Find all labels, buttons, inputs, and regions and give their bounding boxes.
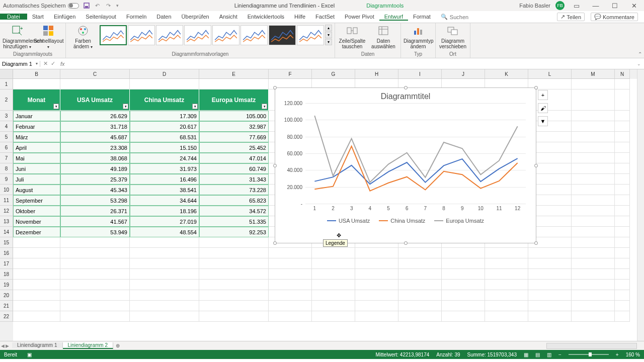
cell[interactable] — [572, 142, 615, 153]
cell[interactable]: 49.189 — [60, 163, 130, 174]
cell[interactable] — [13, 79, 60, 89]
cell[interactable]: 15.150 — [130, 142, 199, 153]
cell[interactable]: Juli — [13, 174, 60, 185]
cell[interactable]: 53.298 — [60, 195, 130, 206]
cell[interactable] — [615, 216, 630, 227]
select-data-button[interactable]: Daten auswählen — [369, 25, 398, 49]
cell[interactable] — [442, 280, 485, 290]
cell[interactable] — [442, 269, 485, 280]
horizontal-scrollbar[interactable] — [546, 343, 637, 349]
cell[interactable] — [269, 269, 312, 280]
sheet-tab[interactable]: Liniendiagramm 1 — [12, 342, 63, 348]
cell[interactable]: 105.000 — [199, 111, 269, 121]
cell[interactable] — [615, 237, 630, 248]
ribbon-tab-entwurf[interactable]: Entwurf — [379, 14, 408, 21]
cell[interactable] — [572, 216, 615, 227]
cell[interactable] — [130, 290, 199, 301]
cell[interactable] — [60, 258, 130, 269]
select-all-corner[interactable] — [0, 69, 13, 79]
ribbon-tab-überprüfen[interactable]: Überprüfen — [177, 14, 214, 20]
cell[interactable] — [60, 311, 130, 322]
cell[interactable] — [312, 301, 355, 311]
cell[interactable] — [442, 301, 485, 311]
col-header[interactable]: L — [528, 69, 572, 79]
cell[interactable] — [355, 280, 398, 290]
cell[interactable]: 51.335 — [199, 216, 269, 227]
cell[interactable] — [572, 185, 615, 195]
cell[interactable] — [572, 89, 615, 111]
col-header[interactable]: D — [130, 69, 199, 79]
cell[interactable] — [528, 301, 572, 311]
cell[interactable] — [199, 258, 269, 269]
row-header[interactable]: 7 — [0, 153, 13, 163]
cell[interactable]: 23.308 — [60, 142, 130, 153]
cell[interactable] — [528, 248, 572, 258]
fx-icon[interactable]: fx — [58, 61, 67, 67]
cell[interactable] — [398, 258, 442, 269]
col-header[interactable]: C — [60, 69, 130, 79]
move-chart-button[interactable]: Diagramm verschieben — [438, 25, 467, 49]
cell[interactable]: 92.253 — [199, 227, 269, 237]
cell[interactable] — [13, 311, 60, 322]
cell[interactable] — [615, 79, 630, 89]
legend-item[interactable]: China Umsatz — [379, 218, 425, 224]
chart-elements-button[interactable]: + — [538, 90, 548, 100]
row-header[interactable]: 22 — [0, 311, 13, 322]
save-icon[interactable] — [83, 2, 90, 9]
cell[interactable]: 65.823 — [199, 195, 269, 206]
cell[interactable] — [13, 290, 60, 301]
zoom-slider[interactable] — [569, 354, 609, 355]
cell[interactable] — [60, 269, 130, 280]
cell[interactable]: 53.949 — [60, 227, 130, 237]
row-header[interactable]: 19 — [0, 280, 13, 290]
cell[interactable] — [528, 280, 572, 290]
close-icon[interactable]: ✕ — [627, 2, 641, 10]
page-layout-view-icon[interactable]: ▤ — [535, 352, 540, 357]
cell[interactable] — [199, 237, 269, 248]
cell[interactable] — [269, 248, 312, 258]
cell[interactable]: 26.629 — [60, 111, 130, 121]
change-colors-button[interactable]: Farben ändern ▾ — [68, 25, 98, 50]
cell[interactable] — [398, 301, 442, 311]
undo-icon[interactable]: ↶ — [94, 2, 101, 9]
chart-series-line[interactable] — [314, 158, 517, 184]
cell[interactable] — [355, 301, 398, 311]
cell[interactable] — [269, 301, 312, 311]
cell[interactable]: Februar — [13, 121, 60, 132]
cell[interactable] — [572, 227, 615, 237]
row-header[interactable]: 9 — [0, 174, 13, 185]
cell[interactable] — [442, 290, 485, 301]
cell[interactable] — [485, 301, 528, 311]
chart-object[interactable]: + 🖌 ▼ Diagrammtitel -20.00040.00060.0008… — [275, 87, 536, 243]
cell[interactable] — [572, 290, 615, 301]
cell[interactable]: Juni — [13, 163, 60, 174]
sheet-tab[interactable]: Liniendiagramm 2 — [63, 342, 114, 349]
cell[interactable] — [572, 258, 615, 269]
cell[interactable] — [60, 237, 130, 248]
cell[interactable] — [615, 174, 630, 185]
ribbon-tab-ansicht[interactable]: Ansicht — [214, 14, 243, 20]
cell[interactable] — [615, 111, 630, 121]
cell[interactable] — [485, 248, 528, 258]
cell[interactable]: 77.669 — [199, 132, 269, 142]
col-header[interactable]: K — [485, 69, 528, 79]
cell[interactable] — [615, 269, 630, 280]
styles-up-button[interactable]: ▴ — [325, 25, 332, 31]
cell[interactable] — [528, 269, 572, 280]
cell[interactable] — [485, 269, 528, 280]
col-header[interactable]: E — [199, 69, 269, 79]
cell[interactable]: 18.196 — [130, 206, 199, 216]
cell[interactable] — [269, 311, 312, 322]
cell[interactable] — [615, 153, 630, 163]
filter-button[interactable]: ▾ — [192, 104, 198, 109]
cell[interactable]: 31.343 — [199, 174, 269, 185]
chart-plot-area[interactable]: -20.00040.00060.00080.000100.000120.0001… — [305, 103, 526, 204]
col-header[interactable]: H — [355, 69, 398, 79]
zoom-level[interactable]: 160 % — [626, 352, 640, 357]
ribbon-tab-factset[interactable]: FactSet — [310, 14, 340, 20]
cell[interactable] — [355, 311, 398, 322]
cell[interactable] — [572, 132, 615, 142]
cell[interactable]: 41.567 — [60, 216, 130, 227]
cell[interactable] — [312, 258, 355, 269]
cell[interactable] — [130, 79, 199, 89]
